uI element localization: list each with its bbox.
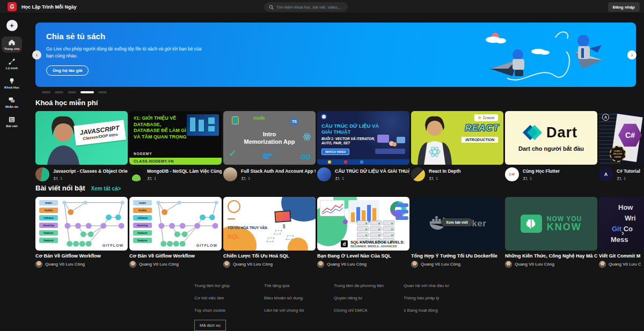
footer-link[interactable]: Quan hệ với nhà đầu tư bbox=[404, 283, 473, 288]
post-card[interactable]: d SQL KNOWLEDGE LEVELS: BEGINNER, MIDDLE… bbox=[317, 197, 409, 268]
footer-link[interactable]: Trung tâm trợ giúp bbox=[194, 283, 264, 288]
post-title: Cơ Bản Về Gitflow Workflow bbox=[129, 253, 222, 259]
gitflow-diagram bbox=[60, 198, 127, 249]
posts-heading: Bài viết nổi bật bbox=[35, 184, 85, 192]
students-icon bbox=[241, 176, 246, 180]
course-avatar bbox=[223, 167, 237, 181]
carousel-dot[interactable] bbox=[55, 91, 63, 93]
course-avatar bbox=[129, 167, 143, 181]
gitflow-caption: GITFLOW bbox=[103, 244, 123, 247]
gitflow-caption: GITFLOW bbox=[196, 244, 217, 247]
course-card[interactable]: Dart Dart cho người bắt đầu C4F Cùng Học… bbox=[505, 111, 597, 181]
post-card[interactable]: docker Xem bài viết Tổng Hợp Ý Tưởng Tối… bbox=[411, 197, 503, 268]
thumbnail-subtitle: BUỔI 1: VECTOR VÀ ITERATOR, AUTO, PAIR, … bbox=[321, 137, 375, 146]
course-card[interactable]: node TS Intro Memorization App ✓ GO Full… bbox=[223, 111, 316, 181]
footer-link[interactable]: Thẻ tặng quà bbox=[264, 283, 334, 288]
carousel-dot-active[interactable] bbox=[80, 91, 94, 93]
students-count: 1 bbox=[530, 176, 532, 181]
post-thumbnail[interactable]: How Wri Git Co Mess bbox=[599, 197, 644, 251]
posts-next-button[interactable]: › bbox=[621, 228, 624, 237]
footer-link[interactable]: Quyền riêng tư bbox=[334, 296, 404, 300]
students-count: 1 bbox=[154, 176, 156, 181]
course-thumbnail[interactable]: CẤU TRÚC DỮ LIỆU VÀ GIẢI THUẬT BUỔI 1: V… bbox=[317, 111, 409, 165]
course-card[interactable]: #1: GIỚI THIỆU VỀ DATABASE, DATABASE ĐỂ … bbox=[129, 111, 222, 181]
course-thumbnail[interactable]: JAVASCRIPT Classes/OOP Intro bbox=[35, 111, 128, 165]
sidebar-item-label: Nhắn tin bbox=[5, 105, 18, 108]
brand-logo[interactable]: G bbox=[8, 2, 17, 11]
sidebar-item-messages[interactable]: Nhắn tin bbox=[2, 94, 22, 111]
post-thumbnail[interactable]: d SQL KNOWLEDGE LEVELS: BEGINNER, MIDDLE… bbox=[317, 197, 409, 251]
post-title: Tổng Hợp Ý Tưởng Tối Ưu Dockerfile bbox=[411, 253, 503, 259]
course-thumbnail[interactable]: Lesson REACT INTRODUCTION bbox=[411, 111, 503, 165]
post-card[interactable]: TỐI ƯU HÓA TRUY VẤN SQL Chiến Lược Tối Ư… bbox=[223, 197, 316, 268]
go-logo: GO bbox=[301, 153, 311, 161]
instructor-photo bbox=[411, 111, 457, 165]
footer-link[interactable]: Thông báo pháp lý bbox=[404, 296, 473, 300]
carousel-dot[interactable] bbox=[68, 91, 76, 93]
post-thumbnail[interactable]: NOW YOU KNOW bbox=[505, 197, 597, 251]
course-card[interactable]: Lesson REACT INTRODUCTION React In Depth… bbox=[411, 111, 503, 181]
author-name: Quang Vũ Lưu C bbox=[609, 262, 641, 267]
roadmap-icon bbox=[9, 58, 15, 65]
post-thumbnail[interactable]: TỐI ƯU HÓA TRUY VẤN SQL bbox=[223, 197, 316, 251]
footer-link[interactable]: Trung tâm đa phương tiện bbox=[334, 283, 404, 288]
students-count: 1 bbox=[60, 176, 62, 181]
lightbulb-icon bbox=[9, 78, 15, 84]
post-card[interactable]: main hotfix release develop feature feat… bbox=[35, 197, 128, 268]
carousel-dots bbox=[42, 91, 107, 93]
gitflow-diagram bbox=[154, 198, 221, 249]
students-icon bbox=[523, 176, 528, 180]
d-logo: d bbox=[341, 240, 348, 247]
post-title: Viết Git Commit M bbox=[599, 253, 644, 259]
course-card[interactable]: JAVASCRIPT Classes/OOP Intro Javascript … bbox=[35, 111, 128, 181]
footer-link[interactable]: Chứng chỉ DMCA bbox=[334, 308, 404, 313]
footer-link[interactable]: Cơ hội việc làm bbox=[194, 296, 264, 300]
see-all-link[interactable]: Xem tất cả> bbox=[91, 186, 121, 192]
server-image bbox=[187, 114, 219, 136]
course-card[interactable]: CẤU TRÚC DỮ LIỆU VÀ GIẢI THUẬT BUỔI 1: V… bbox=[317, 111, 409, 181]
courses-row: JAVASCRIPT Classes/OOP Intro Javascript … bbox=[35, 111, 644, 181]
home-icon bbox=[9, 39, 15, 46]
search-bar[interactable] bbox=[264, 2, 348, 12]
sidebar-item-courses[interactable]: Khoá Học bbox=[2, 75, 22, 91]
post-title: Cơ Bản Về Gitflow Workflow bbox=[35, 253, 128, 259]
post-thumbnail[interactable]: main hotfix release develop feature feat… bbox=[35, 197, 128, 251]
add-button[interactable]: + bbox=[6, 20, 18, 31]
footer-link[interactable]: Liên hệ với chúng tôi bbox=[264, 308, 334, 313]
sidebar-item-label: Khoá Học bbox=[4, 86, 19, 89]
post-thumbnail[interactable]: docker Xem bài viết bbox=[411, 197, 503, 251]
banner-prev-button[interactable]: ‹ bbox=[32, 50, 41, 60]
support-author-button[interactable]: Ủng hộ tác giả bbox=[46, 65, 89, 76]
footer-link[interactable]: Tùy chọn cookie bbox=[194, 308, 264, 313]
post-card[interactable]: main hotfix release develop feature feat… bbox=[129, 197, 222, 268]
course-thumbnail[interactable]: Λ C# OVER 1 MILLION VIEWS bbox=[599, 111, 644, 165]
sidebar-item-articles[interactable]: Bài viết bbox=[2, 114, 22, 130]
carousel-dot[interactable] bbox=[98, 91, 107, 93]
thumbnail-headline: #1: GIỚI THIỆU VỀ DATABASE, DATABASE ĐỂ … bbox=[134, 115, 188, 141]
carousel-dot[interactable] bbox=[42, 91, 50, 93]
banner-next-button[interactable]: › bbox=[627, 50, 636, 60]
course-thumbnail[interactable]: node TS Intro Memorization App ✓ GO bbox=[223, 111, 316, 165]
service-code-button[interactable]: Mã dịch vụ bbox=[194, 320, 226, 331]
watch-video-badge: WATCH VIDEO bbox=[321, 149, 349, 155]
course-card[interactable]: Λ C# OVER 1 MILLION VIEWS Λ C# Tutorial … bbox=[599, 111, 644, 181]
thumbnail-url-bar: CLASS.NODEMY.VN bbox=[129, 158, 222, 165]
sidebar-item-home[interactable]: Trang chủ bbox=[2, 36, 22, 53]
sidebar-item-roadmap[interactable]: Lộ trình bbox=[2, 56, 22, 72]
course-thumbnail[interactable]: Dart Dart cho người bắt đầu bbox=[505, 111, 597, 165]
students-count: 1 bbox=[436, 176, 438, 181]
footer-link[interactable]: Điều khoản sử dụng bbox=[264, 296, 334, 300]
author-name: Quang Vũ Lưu Công bbox=[233, 262, 273, 267]
posts-row: main hotfix release develop feature feat… bbox=[35, 197, 644, 268]
author-name: Quang Vũ Lưu Công bbox=[515, 262, 554, 267]
post-thumbnail[interactable]: main hotfix release develop feature feat… bbox=[129, 197, 222, 251]
post-card[interactable]: NOW YOU KNOW Những Kiến Thức, Công Nghệ … bbox=[505, 197, 597, 268]
course-avatar: Λ bbox=[599, 167, 613, 181]
search-input[interactable] bbox=[276, 5, 343, 10]
course-thumbnail[interactable]: #1: GIỚI THIỆU VỀ DATABASE, DATABASE ĐỂ … bbox=[129, 111, 222, 165]
login-button[interactable]: Đăng nhập bbox=[608, 2, 640, 12]
author-name: Quang Vũ Lưu Công bbox=[139, 262, 179, 267]
react-word: REACT bbox=[465, 123, 499, 134]
author-name: Quang Vũ Lưu Công bbox=[327, 262, 367, 267]
course-title: MongoDB - NoSQL Làm Việc Cùng NodeJS bbox=[147, 168, 222, 174]
